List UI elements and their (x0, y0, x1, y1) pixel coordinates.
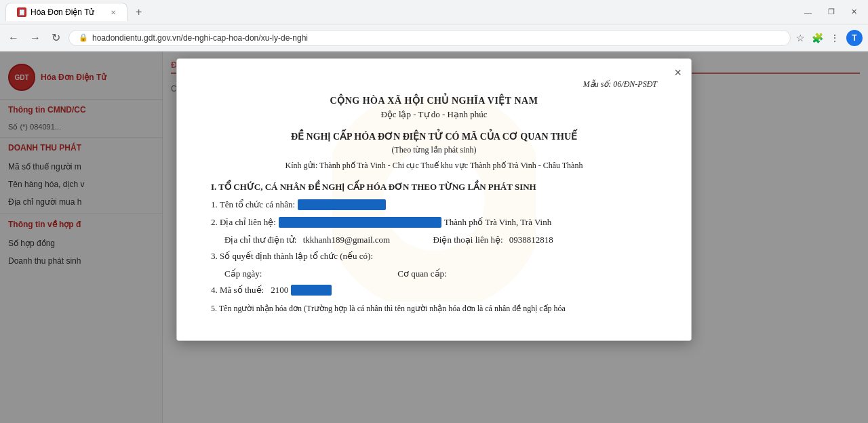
field1-redacted (298, 199, 386, 210)
co-quan-cap-label: Cơ quan cấp: (397, 268, 446, 279)
close-button[interactable]: ✕ (846, 6, 863, 18)
menu-icon[interactable]: ⋮ (830, 33, 840, 43)
lock-icon: 🔒 (79, 33, 88, 42)
forward-button[interactable]: → (27, 29, 43, 47)
tab-label: Hóa Đơn Điện Tử (31, 7, 94, 17)
doc-subtitle: (Theo từng lần phát sinh) (211, 145, 657, 155)
back-button[interactable]: ← (5, 29, 22, 47)
doc-field-1: 1. Tên tổ chức cá nhân: (211, 199, 657, 210)
active-tab[interactable]: 🧾 Hóa Đơn Điện Tử ✕ (5, 3, 127, 21)
modal-close-button[interactable]: × (674, 66, 682, 80)
doc-title: ĐỀ NGHỊ CẤP HÓA ĐƠN ĐIỆN TỬ CÓ MÃ CỦA CƠ… (211, 131, 657, 142)
doc-field-4: 4. Mã số thuế: 2100 (211, 285, 657, 296)
url-text: hoadondientu.gdt.gov.vn/de-nghi-cap-hoa-… (92, 33, 308, 43)
field4-label: 4. Mã số thuế: (211, 285, 264, 296)
section1-title: I. TỔ CHỨC, CÁ NHÂN ĐỀ NGHỊ CẤP HÓA ĐƠN … (211, 182, 657, 193)
address-bar-row: ← → ↻ 🔒 hoadondientu.gdt.gov.vn/de-nghi-… (0, 24, 868, 52)
address-bar[interactable]: 🔒 hoadondientu.gdt.gov.vn/de-nghi-cap-ho… (68, 30, 791, 46)
field1-label: 1. Tên tổ chức cá nhân: (211, 199, 295, 210)
minimize-button[interactable]: — (799, 7, 817, 18)
phone-label: Điện thoại liên hệ: (433, 235, 502, 245)
doc-sub-capngay-coquan: Cấp ngày: Cơ quan cấp: (224, 268, 657, 279)
mau-so-label: Mẫu số: 06/ĐN-PSĐT (211, 79, 657, 89)
phone-value: 0938812818 (509, 235, 553, 245)
cap-ngay-label: Cấp ngày: (224, 268, 262, 279)
tab-favicon: 🧾 (17, 7, 26, 17)
document-modal: × Mẫu số: 06/ĐN-PSĐT CỘNG HÒA XÃ HỘI CHỦ… (176, 58, 692, 341)
bookmark-icon[interactable]: ☆ (796, 33, 805, 43)
browser-actions: ☆ 🧩 ⋮ T (796, 30, 863, 46)
tab-close-button[interactable]: ✕ (111, 9, 116, 16)
doc-heading-sub: Độc lập - Tự do - Hạnh phúc (211, 109, 657, 120)
doc-field-5: 5. Tên người nhận hóa đơn (Trường hợp là… (211, 302, 657, 315)
browser-chrome: 🧾 Hóa Đơn Điện Tử ✕ + — ❐ ✕ (0, 0, 868, 24)
field4-redacted (291, 285, 332, 296)
restore-button[interactable]: ❐ (823, 6, 840, 18)
doc-heading-main: CỘNG HÒA XÃ HỘI CHỦ NGHĨA VIỆT NAM (211, 95, 657, 106)
profile-button[interactable]: T (846, 30, 863, 46)
field4-prefix: 2100 (271, 285, 288, 296)
field3-label: 3. Số quyết định thành lập tổ chức (nếu … (211, 251, 373, 262)
reload-button[interactable]: ↻ (49, 28, 63, 47)
field2-redacted (279, 217, 441, 228)
new-tab-button[interactable]: + (130, 3, 147, 21)
doc-field-2: 2. Địa chỉ liên hệ: Thành phố Trà Vinh, … (211, 217, 657, 228)
field2-suffix: Thành phố Trà Vinh, Trà Vinh (444, 217, 551, 228)
tab-bar: 🧾 Hóa Đơn Điện Tử ✕ + (5, 3, 147, 21)
doc-field-3: 3. Số quyết định thành lập tổ chức (nếu … (211, 251, 657, 262)
email-label: Địa chỉ thư điện tử: (224, 235, 296, 245)
field2-label: 2. Địa chỉ liên hệ: (211, 217, 276, 228)
email-value: tkkhanh189@gmail.com (303, 235, 391, 245)
doc-sub-email-phone: Địa chỉ thư điện tử: tkkhanh189@gmail.co… (224, 235, 657, 245)
doc-kinh-gui: Kính gửi: Thành phố Trà Vinh - Chi cục T… (211, 161, 657, 171)
document-content: Mẫu số: 06/ĐN-PSĐT CỘNG HÒA XÃ HỘI CHỦ N… (177, 59, 691, 340)
page-background: GDT Hóa Đơn Điện Tử Thông tin CMND/CC Số… (0, 52, 868, 423)
extension-icon[interactable]: 🧩 (812, 33, 823, 43)
window-controls: — ❐ ✕ (799, 6, 863, 18)
modal-overlay: × Mẫu số: 06/ĐN-PSĐT CỘNG HÒA XÃ HỘI CHỦ… (0, 52, 868, 423)
